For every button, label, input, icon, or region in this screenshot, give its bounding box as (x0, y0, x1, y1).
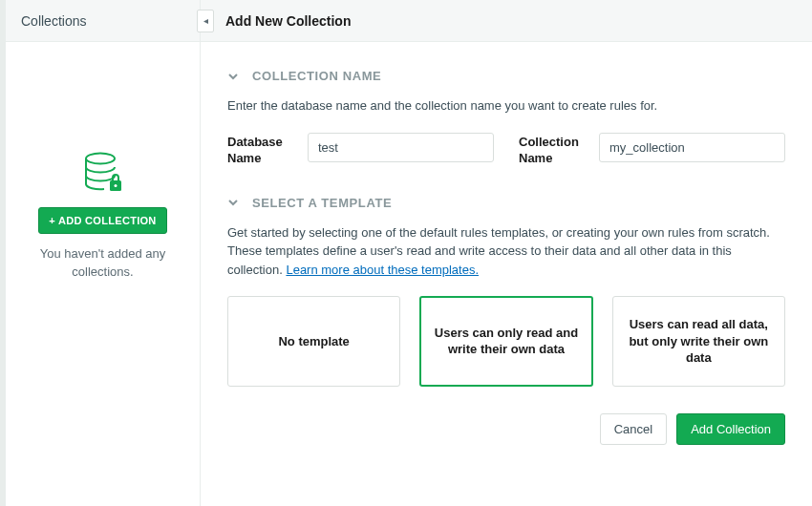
cancel-button[interactable]: Cancel (600, 413, 667, 445)
main-header: ◂ Add New Collection (201, 0, 812, 42)
section-select-template-header[interactable]: SELECT A TEMPLATE (227, 196, 785, 210)
chevron-down-icon (227, 71, 243, 82)
footer-actions: Cancel Add Collection (227, 413, 785, 464)
collection-name-label: Collection Name (519, 133, 588, 167)
database-name-field: Database Name (227, 133, 494, 167)
section-select-template-title: SELECT A TEMPLATE (252, 196, 392, 210)
template-card-own-data[interactable]: Users can only read and write their own … (419, 296, 592, 387)
name-fields-row: Database Name Collection Name (227, 133, 785, 167)
svg-point-2 (114, 184, 117, 187)
sidebar-body: + ADD COLLECTION You haven't added any c… (6, 42, 200, 506)
database-name-label: Database Name (227, 133, 296, 167)
section-collection-name-header[interactable]: COLLECTION NAME (227, 69, 785, 83)
chevron-down-icon (227, 197, 243, 208)
collection-name-description: Enter the database name and the collecti… (227, 96, 785, 116)
page-title: Add New Collection (225, 13, 351, 29)
collapse-sidebar-button[interactable]: ◂ (197, 10, 214, 32)
sidebar: Collections + ADD COLLECTION You haven't… (6, 0, 201, 506)
collection-name-field: Collection Name (519, 133, 785, 167)
section-collection-name-title: COLLECTION NAME (252, 69, 381, 83)
main-body: COLLECTION NAME Enter the database name … (201, 42, 812, 506)
template-card-no-template[interactable]: No template (227, 296, 400, 387)
sidebar-title: Collections (21, 13, 86, 29)
add-collection-sidebar-button[interactable]: + ADD COLLECTION (38, 207, 166, 234)
sidebar-empty-text: You haven't added any collections. (6, 245, 200, 282)
svg-point-0 (86, 154, 115, 164)
database-lock-icon (83, 152, 123, 194)
template-card-read-all[interactable]: Users can read all data, but only write … (612, 296, 785, 387)
sidebar-header: Collections (6, 0, 200, 42)
add-collection-button[interactable]: Add Collection (676, 413, 785, 445)
database-name-input[interactable] (308, 133, 494, 162)
template-description: Get started by selecting one of the defa… (227, 223, 785, 280)
app-frame: Collections + ADD COLLECTION You haven't… (0, 0, 812, 506)
templates-row: No template Users can only read and writ… (227, 296, 785, 387)
learn-more-link[interactable]: Learn more about these templates. (286, 263, 479, 277)
collection-name-input[interactable] (599, 133, 785, 162)
main-panel: ◂ Add New Collection COLLECTION NAME Ent… (201, 0, 812, 506)
chevron-left-icon: ◂ (203, 15, 208, 26)
